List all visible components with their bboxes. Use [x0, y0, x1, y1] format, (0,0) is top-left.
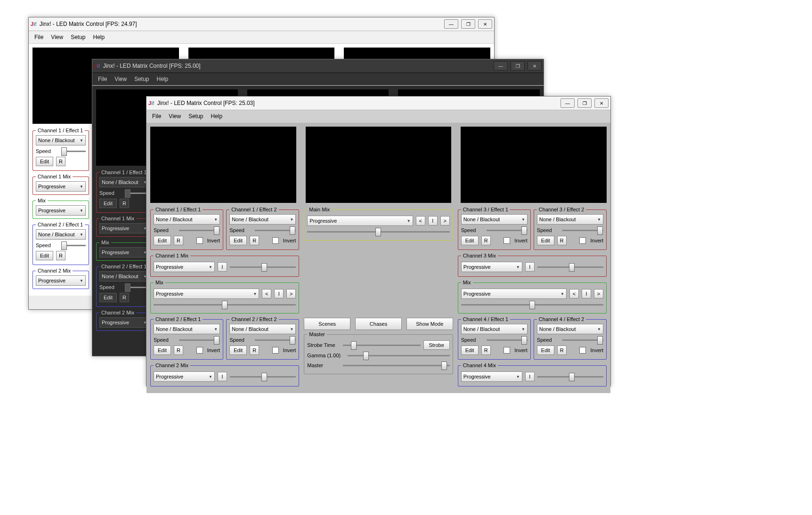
menu-file[interactable]: File	[32, 33, 46, 41]
i-button[interactable]: I	[428, 216, 438, 225]
c1m-select[interactable]: Progressive	[154, 262, 215, 272]
mix-right-slider[interactable]	[461, 300, 603, 309]
c1e1-effect-select[interactable]: None / Blackout	[36, 135, 86, 145]
c2m-select[interactable]: Progressive	[99, 317, 149, 328]
c1e2-effect-select[interactable]: None / Blackout	[229, 214, 296, 225]
menu-view[interactable]: View	[48, 33, 66, 41]
c3m-slider[interactable]	[537, 263, 603, 271]
r-button[interactable]: R	[250, 236, 259, 245]
c2e1-speed-slider[interactable]	[179, 336, 220, 344]
edit-button[interactable]: Edit	[36, 157, 53, 166]
invert-checkbox[interactable]	[579, 237, 586, 244]
mix-left-slider[interactable]	[154, 300, 296, 309]
c1m-select[interactable]: Progressive	[36, 181, 86, 192]
edit-button[interactable]: Edit	[461, 346, 479, 355]
r-button[interactable]: R	[120, 199, 129, 208]
r-button[interactable]: R	[56, 157, 65, 166]
mix-select[interactable]: Progressive	[36, 205, 86, 216]
c3e2-effect-select[interactable]: None / Blackout	[537, 214, 603, 225]
maximize-button[interactable]: ❐	[461, 19, 475, 29]
c2m-select[interactable]: Progressive	[36, 275, 86, 286]
invert-checkbox[interactable]	[196, 237, 203, 244]
i-button[interactable]: I	[525, 372, 535, 381]
gamma-slider[interactable]	[348, 351, 449, 360]
maximize-button[interactable]: ❐	[577, 98, 592, 108]
strobetime-slider[interactable]	[343, 341, 420, 349]
c4e2-effect-select[interactable]: None / Blackout	[537, 324, 603, 334]
menu-file[interactable]: File	[95, 75, 110, 83]
c1m-select[interactable]: Progressive	[99, 223, 149, 233]
c3e2-speed-slider[interactable]	[562, 226, 603, 234]
c4m-slider[interactable]	[537, 372, 603, 381]
prev-button[interactable]: <	[569, 289, 579, 298]
titlebar[interactable]: Ji! Jinx! - LED Matrix Control [FPS: 25.…	[92, 59, 544, 73]
minimize-button[interactable]: —	[560, 98, 575, 108]
edit-button[interactable]: Edit	[154, 346, 171, 355]
strobe-button[interactable]: Strobe	[423, 340, 450, 350]
invert-checkbox[interactable]	[503, 237, 510, 244]
mainmix-select[interactable]: Progressive	[307, 216, 413, 226]
i-button[interactable]: I	[218, 262, 227, 272]
titlebar[interactable]: Ji! Jinx! - LED Matrix Control [FPS: 25.…	[146, 97, 610, 110]
mix-left-select[interactable]: Progressive	[154, 289, 259, 299]
c4m-select[interactable]: Progressive	[461, 371, 522, 382]
c2m-select[interactable]: Progressive	[154, 371, 215, 382]
edit-button[interactable]: Edit	[36, 251, 53, 260]
minimize-button[interactable]: —	[494, 61, 508, 71]
c3m-select[interactable]: Progressive	[461, 262, 522, 272]
c2e1-effect-select[interactable]: None / Blackout	[154, 324, 220, 334]
r-button[interactable]: R	[481, 346, 491, 355]
c4e1-effect-select[interactable]: None / Blackout	[461, 324, 528, 334]
chases-button[interactable]: Chases	[355, 318, 402, 330]
c4e2-speed-slider[interactable]	[562, 336, 603, 344]
menu-setup[interactable]: Setup	[68, 33, 88, 41]
edit-button[interactable]: Edit	[537, 236, 554, 245]
r-button[interactable]: R	[481, 236, 491, 245]
prev-button[interactable]: <	[262, 289, 271, 298]
menu-help[interactable]: Help	[90, 33, 108, 41]
c2e1-effect-select[interactable]: None / Blackout	[36, 229, 86, 240]
invert-checkbox[interactable]	[272, 347, 279, 354]
edit-button[interactable]: Edit	[154, 236, 171, 245]
master-slider[interactable]	[343, 361, 449, 370]
r-button[interactable]: R	[250, 346, 259, 355]
c2e1-effect-select[interactable]: None / Blackout	[99, 271, 149, 282]
showmode-button[interactable]: Show Mode	[406, 318, 453, 330]
mix-select[interactable]: Progressive	[99, 247, 149, 258]
invert-checkbox[interactable]	[503, 347, 510, 354]
menu-view[interactable]: View	[166, 112, 184, 121]
mix-right-select[interactable]: Progressive	[461, 289, 567, 299]
edit-button[interactable]: Edit	[99, 199, 117, 208]
c1e1-effect-select[interactable]: None / Blackout	[154, 214, 220, 225]
c1e1-effect-select[interactable]: None / Blackout	[99, 177, 149, 187]
menu-setup[interactable]: Setup	[186, 112, 206, 121]
invert-checkbox[interactable]	[579, 347, 586, 354]
c1e2-speed-slider[interactable]	[255, 226, 296, 234]
i-button[interactable]: I	[274, 289, 284, 298]
maximize-button[interactable]: ❐	[511, 61, 525, 71]
edit-button[interactable]: Edit	[229, 346, 247, 355]
prev-button[interactable]: <	[416, 216, 425, 225]
menu-file[interactable]: File	[149, 112, 164, 121]
next-button[interactable]: >	[440, 216, 450, 225]
i-button[interactable]: I	[525, 262, 535, 272]
c4e1-speed-slider[interactable]	[487, 336, 528, 344]
menu-help[interactable]: Help	[208, 112, 226, 121]
titlebar[interactable]: Ji! Jinx! - LED Matrix Control [FPS: 24.…	[29, 17, 494, 31]
menu-view[interactable]: View	[112, 75, 130, 83]
c2e2-speed-slider[interactable]	[255, 336, 296, 344]
r-button[interactable]: R	[174, 346, 183, 355]
c1e1-speed-slider[interactable]	[179, 226, 220, 234]
i-button[interactable]: I	[218, 372, 227, 381]
speed-slider[interactable]	[61, 241, 86, 249]
minimize-button[interactable]: —	[444, 19, 458, 29]
r-button[interactable]: R	[557, 346, 567, 355]
c2m-slider[interactable]	[230, 372, 296, 381]
close-button[interactable]: ✕	[478, 19, 492, 29]
speed-slider[interactable]	[61, 147, 86, 155]
menu-help[interactable]: Help	[154, 75, 171, 83]
menu-setup[interactable]: Setup	[131, 75, 152, 83]
next-button[interactable]: >	[594, 289, 603, 298]
invert-checkbox[interactable]	[196, 347, 203, 354]
c1m-slider[interactable]	[230, 263, 296, 271]
